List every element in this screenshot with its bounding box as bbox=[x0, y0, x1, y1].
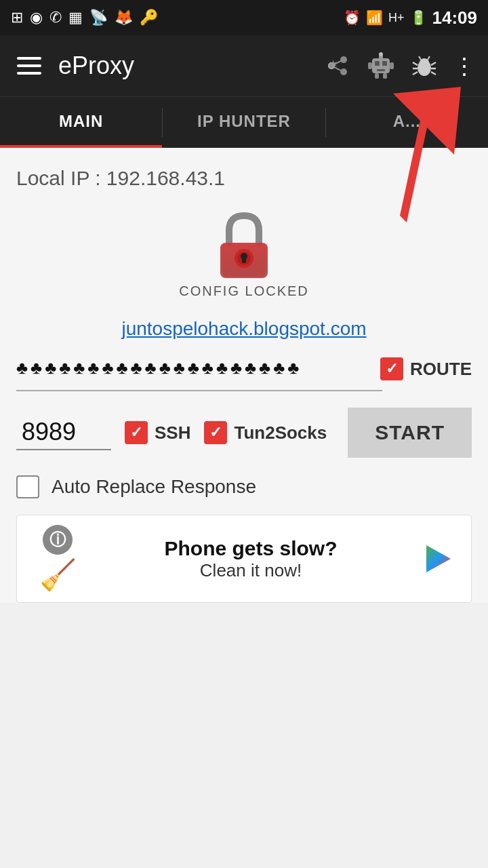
port-input[interactable] bbox=[16, 415, 111, 450]
hamburger-line-2 bbox=[17, 64, 41, 67]
tab-bar: MAIN IP HUNTER A... bbox=[0, 96, 488, 148]
config-locked-label: CONFIG LOCKED bbox=[179, 283, 309, 299]
control-row: ✓ SSH ✓ Tun2Socks START bbox=[0, 401, 488, 465]
battery-icon: 🔋 bbox=[410, 9, 427, 26]
lock-icon bbox=[210, 208, 278, 282]
auto-replace-label: Auto Replace Response bbox=[52, 476, 256, 498]
svg-line-21 bbox=[413, 72, 418, 75]
svg-point-1 bbox=[340, 56, 347, 63]
svg-rect-33 bbox=[242, 258, 246, 263]
svg-rect-10 bbox=[377, 69, 385, 71]
svg-rect-16 bbox=[383, 73, 387, 79]
start-button[interactable]: START bbox=[348, 408, 472, 458]
svg-line-24 bbox=[431, 72, 436, 75]
auto-replace-row: Auto Replace Response bbox=[0, 465, 488, 509]
auto-replace-checkbox[interactable] bbox=[16, 475, 39, 498]
ad-text-block: Phone gets slow? Clean it now! bbox=[96, 537, 406, 581]
broom-icon: 🧹 bbox=[39, 557, 77, 593]
divider-1 bbox=[16, 390, 382, 391]
ad-banner[interactable]: ⓘ 🧹 Phone gets slow? Clean it now! bbox=[16, 515, 472, 603]
svg-rect-9 bbox=[382, 61, 387, 66]
bug-icon[interactable] bbox=[409, 51, 439, 81]
firefox-icon: 🦊 bbox=[115, 9, 133, 26]
ssh-label: SSH bbox=[155, 422, 190, 443]
ssh-group: ✓ SSH bbox=[125, 421, 190, 444]
ad-subtext: Clean it now! bbox=[96, 560, 406, 581]
hamburger-menu[interactable] bbox=[14, 54, 45, 78]
status-icons-right: ⏰ 📶 H+ 🔋 14:09 bbox=[344, 7, 477, 28]
ad-headline: Phone gets slow? bbox=[96, 537, 406, 560]
config-locked-section: CONFIG LOCKED bbox=[0, 201, 488, 310]
main-content: Local IP : 192.168.43.1 bbox=[0, 148, 488, 603]
blog-link[interactable]: juntospelohack.blogspot.com bbox=[0, 310, 488, 348]
clubs-symbols: ♣ ♣ ♣ ♣ ♣ ♣ ♣ ♣ ♣ ♣ ♣ ♣ ♣ ♣ ♣ ♣ ♣ ♣ ♣ ♣ bbox=[16, 357, 369, 378]
svg-point-12 bbox=[379, 52, 383, 56]
tun2socks-group: ✓ Tun2Socks bbox=[204, 421, 327, 444]
svg-rect-14 bbox=[390, 62, 394, 69]
svg-point-2 bbox=[340, 68, 347, 75]
hamburger-line-3 bbox=[17, 72, 41, 75]
robot-icon[interactable] bbox=[366, 51, 396, 81]
route-label: ROUTE bbox=[410, 359, 472, 380]
svg-text:✶: ✶ bbox=[328, 58, 338, 71]
svg-marker-34 bbox=[426, 545, 451, 572]
route-checkbox[interactable]: ✓ bbox=[380, 357, 403, 380]
wifi-icon: 📡 bbox=[89, 9, 108, 26]
ad-play-store-icon bbox=[417, 541, 458, 576]
whatsapp-icon: ✆ bbox=[49, 9, 62, 26]
hamburger-line-1 bbox=[17, 57, 41, 60]
tun2socks-checkbox[interactable]: ✓ bbox=[204, 421, 227, 444]
tab-ip-hunter[interactable]: IP HUNTER bbox=[163, 97, 325, 148]
status-bar: ⊞ ◉ ✆ ▦ 📡 🦊 🔑 ⏰ 📶 H+ 🔋 14:09 bbox=[0, 0, 488, 35]
svg-line-26 bbox=[428, 56, 430, 60]
tab-a[interactable]: A... bbox=[326, 97, 488, 148]
status-icons-left: ⊞ ◉ ✆ ▦ 📡 🦊 🔑 bbox=[11, 9, 158, 26]
svg-line-25 bbox=[419, 56, 421, 60]
location-icon: ◉ bbox=[30, 9, 43, 26]
svg-line-19 bbox=[413, 62, 418, 65]
app-title: eProxy bbox=[58, 52, 309, 80]
tab-main[interactable]: MAIN bbox=[0, 97, 162, 148]
svg-rect-15 bbox=[375, 73, 379, 79]
local-ip-display: Local IP : 192.168.43.1 bbox=[0, 148, 488, 201]
network-type: H+ bbox=[388, 11, 405, 25]
svg-rect-13 bbox=[368, 62, 372, 69]
tun2socks-label: Tun2Socks bbox=[234, 422, 327, 443]
key-icon: 🔑 bbox=[140, 9, 158, 26]
gallery-icon: ▦ bbox=[68, 9, 83, 26]
app-bar-actions: ✶ bbox=[323, 51, 474, 81]
signal-icon: 📶 bbox=[366, 9, 383, 26]
ad-icons: ⓘ 🧹 bbox=[30, 525, 85, 593]
network-icon[interactable]: ✶ bbox=[323, 51, 352, 81]
status-time: 14:09 bbox=[432, 7, 478, 28]
add-icon: ⊞ bbox=[11, 9, 23, 26]
ad-info-icon: ⓘ bbox=[43, 525, 73, 555]
ssh-checkbox[interactable]: ✓ bbox=[125, 421, 148, 444]
route-row: ✓ ROUTE bbox=[380, 357, 472, 380]
app-bar: eProxy ✶ bbox=[0, 35, 488, 96]
more-options-button[interactable]: ⋮ bbox=[453, 54, 474, 77]
alarm-icon: ⏰ bbox=[344, 9, 361, 26]
svg-line-22 bbox=[431, 62, 436, 65]
svg-rect-8 bbox=[375, 61, 380, 66]
